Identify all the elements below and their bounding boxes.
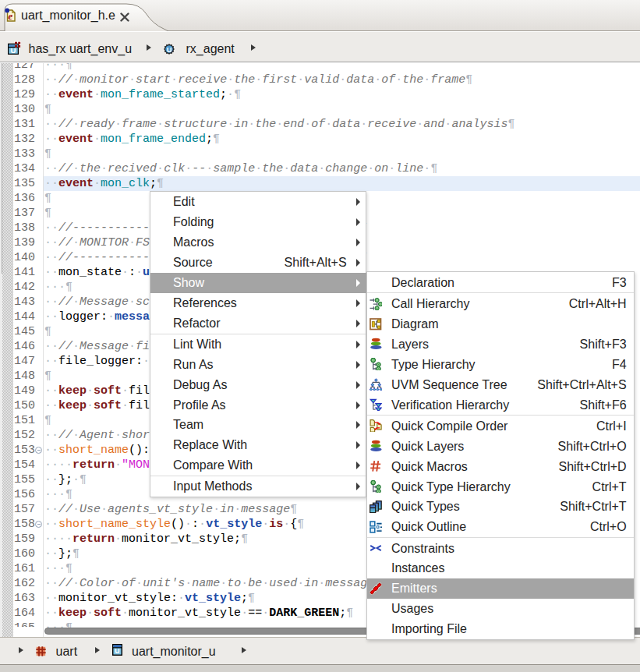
svg-text:U: U — [167, 45, 172, 53]
svg-text:U: U — [115, 647, 119, 655]
